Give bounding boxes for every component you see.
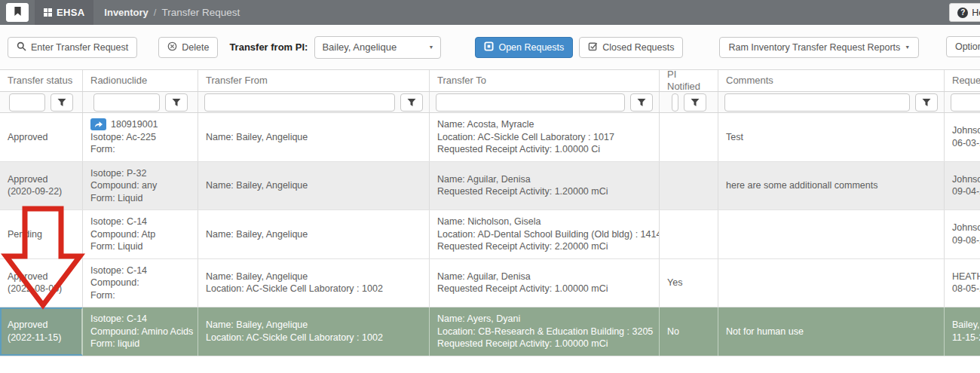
cell-transfer-from[interactable]: Name: Bailey, Angelique <box>198 210 430 258</box>
reports-dropdown-button[interactable]: Ram Inventory Transfer Request Reports ▼ <box>719 37 919 58</box>
cell-line: Isotope: C-14 <box>90 216 190 228</box>
cell-line: Name: Ayers, Dyani <box>437 313 651 326</box>
cell-transfer-status[interactable]: Approved <box>0 113 83 161</box>
cell-pi-notified[interactable]: No <box>660 307 718 356</box>
cell-line: Location: AC-Sickle Cell Laboratory : 10… <box>206 332 421 344</box>
cell-comments[interactable]: Not for human use <box>718 307 945 356</box>
cell-radionuclide[interactable]: Isotope: P-32Compound: anyForm: Liquid <box>83 162 198 210</box>
cell-radionuclide[interactable]: Isotope: C-14Compound: Amino AcidsForm: … <box>83 307 198 356</box>
breadcrumb-section[interactable]: Inventory <box>104 7 149 18</box>
cell-transfer-from[interactable]: Name: Bailey, Angelique <box>198 162 430 210</box>
column-header-comments[interactable]: Comments <box>718 70 945 91</box>
cell-radionuclide[interactable]: 180919001Isotope: Ac-225Form: <box>83 113 198 161</box>
closed-requests-button[interactable]: Closed Requests <box>579 37 683 58</box>
cell-pi-notified[interactable] <box>660 113 718 161</box>
filter-button-transfer-status[interactable] <box>51 93 73 112</box>
filter-button-radionuclide[interactable] <box>165 93 188 112</box>
cell-comments[interactable]: here are some additionall comments <box>718 162 945 210</box>
table-row[interactable]: Approved(2022-11-15)Isotope: C-14Compoun… <box>0 307 980 356</box>
cell-line: Compound: any <box>90 179 190 192</box>
cell-requested[interactable]: Bailey,11-15-2 <box>945 307 980 356</box>
grid-header-row: Transfer status Radionuclide Transfer Fr… <box>0 70 980 92</box>
filter-input-requested[interactable] <box>951 93 980 112</box>
cell-line: Bailey, <box>952 319 980 332</box>
cell-transfer-from[interactable]: Name: Bailey, Angelique <box>198 113 430 161</box>
closed-requests-check-icon <box>588 41 598 54</box>
column-header-radionuclide[interactable]: Radionuclide <box>83 70 198 91</box>
filter-input-comments[interactable] <box>724 93 910 112</box>
column-header-requested[interactable]: Reques <box>945 70 980 91</box>
cell-transfer-to[interactable]: Name: Nicholson, GiselaLocation: AD-Dent… <box>430 210 660 258</box>
filter-input-pi-notified[interactable] <box>672 93 678 112</box>
cell-requested[interactable]: Johnso09-04-2 <box>945 162 980 210</box>
cell-transfer-status[interactable]: Approved(2022-11-15) <box>0 307 83 356</box>
filter-button-transfer-from[interactable] <box>400 93 423 112</box>
options-button[interactable]: Options <box>946 36 980 57</box>
cell-transfer-to[interactable]: Name: Aguilar, DenisaRequested Receipt A… <box>430 162 660 210</box>
filter-button-transfer-to[interactable] <box>630 93 653 112</box>
column-header-transfer-to[interactable]: Transfer To <box>430 70 660 91</box>
filter-input-transfer-to[interactable] <box>436 93 625 112</box>
filter-input-transfer-from[interactable] <box>204 93 395 112</box>
closed-requests-label: Closed Requests <box>602 42 674 53</box>
cell-pi-notified[interactable]: Yes <box>660 259 718 307</box>
cell-requested[interactable]: Johnso06-03-2 <box>945 113 980 161</box>
cell-line: Form: Liquid <box>90 192 190 205</box>
cell-requested[interactable]: Johnso09-08-2 <box>945 210 980 258</box>
table-row[interactable]: Approved(2022-08-05)Isotope: C-14Compoun… <box>0 259 980 308</box>
cell-pi-notified[interactable] <box>660 210 718 258</box>
cell-line: Location: AC-Sickle Cell Laboratory : 10… <box>437 131 651 144</box>
cell-transfer-status[interactable]: Approved(2020-09-22) <box>0 162 83 210</box>
cell-pi-notified[interactable] <box>660 162 718 210</box>
cell-line: Location: AD-Dental School Building (Old… <box>437 228 651 241</box>
delete-button[interactable]: Delete <box>158 37 218 58</box>
help-button[interactable]: ? Help <box>949 3 980 22</box>
cell-transfer-from[interactable]: Name: Bailey, AngeliqueLocation: AC-Sick… <box>198 307 430 356</box>
cell-transfer-status[interactable]: Approved(2022-08-05) <box>0 259 83 307</box>
filter-button-comments[interactable] <box>915 93 938 112</box>
filter-input-radionuclide[interactable] <box>93 93 160 112</box>
cell-comments[interactable] <box>718 259 945 307</box>
filter-input-transfer-status[interactable] <box>9 93 45 112</box>
column-header-transfer-from[interactable]: Transfer From <box>198 70 430 91</box>
question-icon: ? <box>957 8 968 18</box>
breadcrumb-separator: / <box>154 7 157 18</box>
cell-transfer-to[interactable]: Name: Ayers, DyaniLocation: CB-Research … <box>430 307 660 356</box>
cell-line: Approved <box>8 131 75 144</box>
cell-requested[interactable]: HEATH08-05-2 <box>945 259 980 307</box>
navbar: EHSA Inventory / Transfer Request ? Help <box>0 0 980 25</box>
cell-line: Form: Liquid <box>90 240 190 253</box>
apps-grid-icon <box>44 8 52 17</box>
grid-filter-row <box>0 92 980 113</box>
column-header-pi-notified[interactable]: PI Notified <box>660 70 718 91</box>
bookmark-button[interactable] <box>6 3 29 22</box>
table-row[interactable]: Approved(2020-09-22)Isotope: P-32Compoun… <box>0 162 980 211</box>
cell-line: Name: Bailey, Angelique <box>206 319 421 332</box>
filter-button-pi-notified[interactable] <box>684 93 706 112</box>
table-row[interactable]: Approved180919001Isotope: Ac-225Form:Nam… <box>0 113 980 162</box>
cell-line: Name: Aguilar, Denisa <box>437 271 651 283</box>
cell-line: Requested Receipt Activity: 1.00000 mCi <box>437 338 651 350</box>
cell-comments[interactable] <box>718 210 945 258</box>
cell-radionuclide[interactable]: Isotope: C-14Compound: AtpForm: Liquid <box>83 210 198 258</box>
cell-radionuclide[interactable]: Isotope: C-14Compound:Form: <box>83 259 198 307</box>
delete-circle-icon <box>167 41 177 54</box>
cell-transfer-to[interactable]: Name: Aguilar, DenisaRequested Receipt A… <box>430 259 660 307</box>
cell-transfer-status[interactable]: Pending <box>0 210 83 258</box>
cell-comments[interactable]: Test <box>718 113 945 161</box>
grid-rows: Approved180919001Isotope: Ac-225Form:Nam… <box>0 113 980 356</box>
cell-transfer-to[interactable]: Name: Acosta, MyracleLocation: AC-Sickle… <box>430 113 660 161</box>
column-header-transfer-status[interactable]: Transfer status <box>0 70 83 91</box>
search-icon <box>17 41 26 54</box>
cell-line: 08-05-2 <box>952 283 980 295</box>
cell-line: Name: Aguilar, Denisa <box>437 173 651 186</box>
transfer-from-pi-value: Bailey, Angelique <box>322 41 397 53</box>
transfer-from-pi-select[interactable]: Bailey, Angelique ▼ <box>314 36 441 59</box>
table-row[interactable]: PendingIsotope: C-14Compound: AtpForm: L… <box>0 210 980 259</box>
cell-transfer-from[interactable]: Name: Bailey, AngeliqueLocation: AC-Sick… <box>198 259 430 307</box>
enter-transfer-request-button[interactable]: Enter Transfer Request <box>8 37 137 58</box>
app-brand[interactable]: EHSA <box>35 0 93 25</box>
transfer-arrow-badge-icon[interactable] <box>90 118 106 130</box>
open-requests-button[interactable]: Open Requests <box>475 37 573 58</box>
cell-line: Pending <box>8 228 75 241</box>
